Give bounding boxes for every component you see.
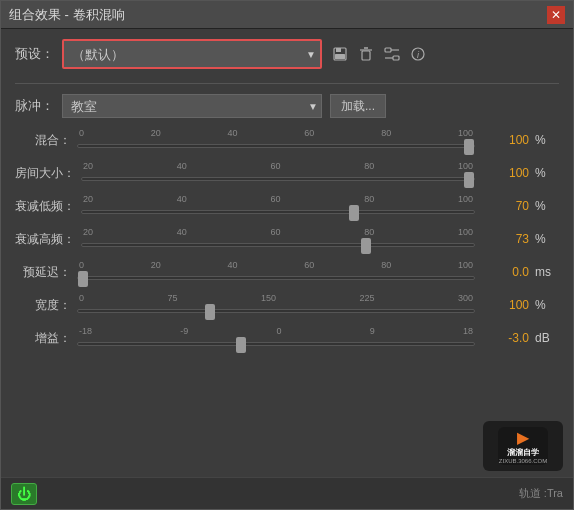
slider-unit-4: ms [535, 265, 559, 279]
slider-container-0: 020406080100 [77, 128, 475, 153]
slider-value-2: 70 [481, 199, 529, 213]
slider-row: 衰减高频：2040608010073% [15, 225, 559, 253]
slider-container-3: 20406080100 [81, 227, 475, 252]
svg-rect-1 [336, 48, 341, 52]
slider-label-5: 宽度： [15, 297, 71, 314]
preset-row: 预设： （默认） ▼ [15, 39, 559, 69]
slider-container-5: 075150225300 [77, 293, 475, 318]
slider-row: 预延迟：0204060801000.0ms [15, 258, 559, 286]
watermark-logo: ▶ [517, 428, 529, 447]
settings-icon [384, 46, 400, 62]
slider-label-6: 增益： [15, 330, 71, 347]
slider-value-5: 100 [481, 298, 529, 312]
delete-preset-button[interactable] [356, 44, 376, 64]
save-icon [332, 46, 348, 62]
pulse-label: 脉冲： [15, 97, 54, 115]
svg-rect-6 [385, 48, 391, 52]
slider-label-0: 混合： [15, 132, 71, 149]
info-icon: i [410, 46, 426, 62]
close-button[interactable]: ✕ [547, 6, 565, 24]
slider-row: 衰减低频：2040608010070% [15, 192, 559, 220]
slider-value-6: -3.0 [481, 331, 529, 345]
save-preset-button[interactable] [330, 44, 350, 64]
preset-label: 预设： [15, 45, 54, 63]
settings-button[interactable] [382, 44, 402, 64]
slider-container-1: 20406080100 [81, 161, 475, 186]
svg-text:i: i [417, 50, 420, 60]
watermark-line1: 溜溜自学 [507, 447, 539, 458]
slider-row: 宽度：075150225300100% [15, 291, 559, 319]
trash-icon [358, 46, 374, 62]
watermark-line2: ZIXUB.3066.COM [499, 458, 547, 464]
svg-rect-9 [393, 56, 399, 60]
slider-container-2: 20406080100 [81, 194, 475, 219]
slider-label-2: 衰减低频： [15, 198, 75, 215]
slider-value-1: 100 [481, 166, 529, 180]
slider-unit-2: % [535, 199, 559, 213]
slider-input-4[interactable] [77, 271, 475, 285]
preset-select[interactable]: （默认） [64, 41, 320, 67]
power-button[interactable]: ⏻ [11, 483, 37, 505]
slider-unit-6: dB [535, 331, 559, 345]
slider-container-4: 020406080100 [77, 260, 475, 285]
slider-unit-0: % [535, 133, 559, 147]
svg-rect-3 [362, 51, 370, 60]
window-title: 组合效果 - 卷积混响 [9, 6, 125, 24]
preset-select-wrapper: （默认） ▼ [62, 39, 322, 69]
slider-unit-5: % [535, 298, 559, 312]
slider-container-6: -18-90918 [77, 326, 475, 351]
pulse-select[interactable]: 教室 [62, 94, 322, 118]
content-area: 预设： （默认） ▼ [1, 29, 573, 477]
slider-label-4: 预延迟： [15, 264, 71, 281]
slider-input-6[interactable] [77, 337, 475, 351]
slider-value-3: 73 [481, 232, 529, 246]
preset-icons: i [330, 44, 428, 64]
title-bar: 组合效果 - 卷积混响 ✕ [1, 1, 573, 29]
slider-unit-3: % [535, 232, 559, 246]
track-info: 轨道 :Tra [519, 486, 563, 501]
slider-row: 房间大小：20406080100100% [15, 159, 559, 187]
slider-unit-1: % [535, 166, 559, 180]
slider-label-3: 衰减高频： [15, 231, 75, 248]
bottom-bar: ⏻ 轨道 :Tra [1, 477, 573, 509]
slider-row: 增益：-18-90918-3.0dB [15, 324, 559, 352]
slider-section: 混合：020406080100100%房间大小：20406080100100%衰… [15, 126, 559, 467]
svg-rect-2 [335, 54, 345, 59]
main-window: 组合效果 - 卷积混响 ✕ 预设： （默认） ▼ [0, 0, 574, 510]
slider-label-1: 房间大小： [15, 165, 75, 182]
slider-input-3[interactable] [81, 238, 475, 252]
divider-1 [15, 83, 559, 84]
power-icon: ⏻ [17, 486, 31, 502]
load-button[interactable]: 加载... [330, 94, 386, 118]
slider-input-5[interactable] [77, 304, 475, 318]
pulse-select-wrapper: 教室 ▼ [62, 94, 322, 118]
slider-input-2[interactable] [81, 205, 475, 219]
slider-input-0[interactable] [77, 139, 475, 153]
slider-value-0: 100 [481, 133, 529, 147]
info-button[interactable]: i [408, 44, 428, 64]
pulse-row: 脉冲： 教室 ▼ 加载... [15, 94, 559, 118]
slider-input-1[interactable] [81, 172, 475, 186]
slider-row: 混合：020406080100100% [15, 126, 559, 154]
watermark: ▶ 溜溜自学 ZIXUB.3066.COM [483, 421, 563, 471]
slider-value-4: 0.0 [481, 265, 529, 279]
